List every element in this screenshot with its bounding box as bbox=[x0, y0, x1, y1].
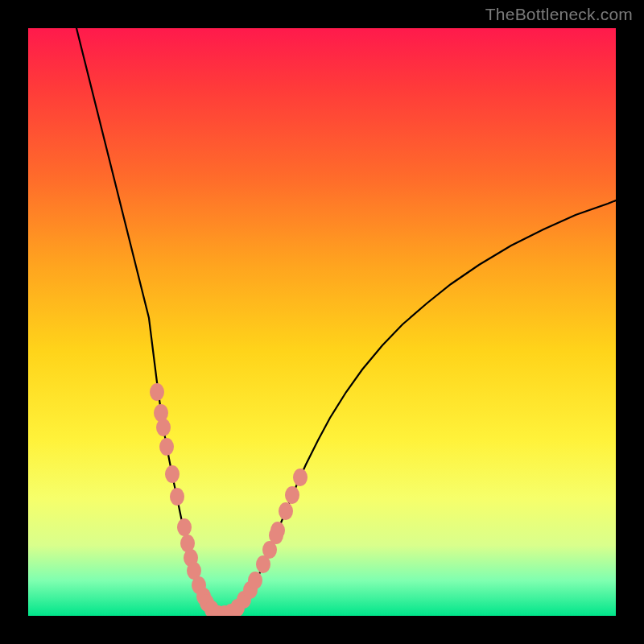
data-marker bbox=[165, 465, 180, 483]
data-marker bbox=[159, 438, 174, 456]
data-marker bbox=[150, 383, 164, 401]
data-marker bbox=[177, 518, 192, 536]
data-marker bbox=[285, 486, 299, 504]
data-marker bbox=[248, 572, 262, 589]
curve-right-branch bbox=[221, 200, 616, 615]
curve-left-branch bbox=[76, 28, 221, 615]
data-marker bbox=[156, 419, 171, 436]
data-marker bbox=[170, 488, 184, 506]
chart-frame: TheBottleneck.com bbox=[0, 0, 644, 644]
data-marker bbox=[269, 526, 283, 544]
data-marker bbox=[293, 469, 308, 486]
plot-area bbox=[28, 28, 616, 616]
chart-svg bbox=[28, 28, 616, 616]
marker-group bbox=[150, 383, 308, 616]
watermark-text: TheBottleneck.com bbox=[485, 5, 633, 24]
data-marker bbox=[279, 502, 293, 520]
